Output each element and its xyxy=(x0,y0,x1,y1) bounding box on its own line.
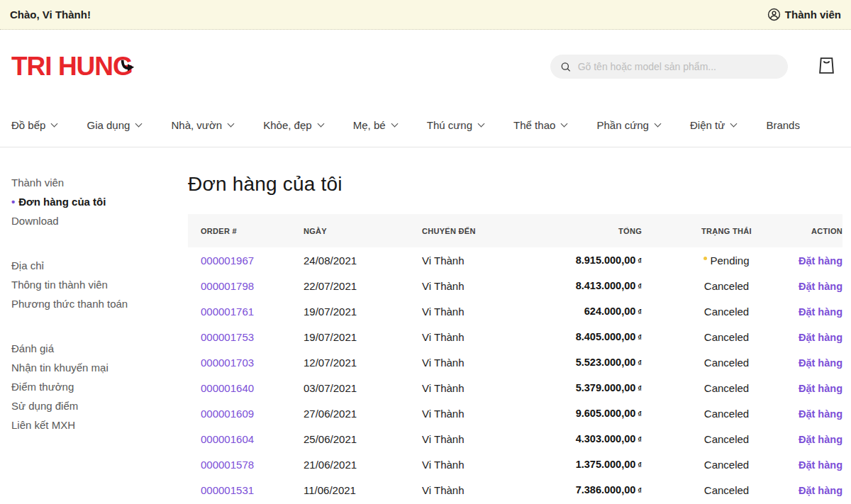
table-row: 000001967 24/08/2021 Vi Thành 8.915.000,… xyxy=(188,247,842,273)
topbar: Chào, Vi Thành! Thành viên xyxy=(0,0,851,30)
nav-item[interactable]: Khỏe, đẹp xyxy=(263,119,323,131)
cart-icon[interactable] xyxy=(818,56,835,78)
sidebar-item[interactable]: •Đánh giá xyxy=(11,339,188,358)
order-status: Canceled xyxy=(642,426,793,452)
dong-sign: ₫ xyxy=(638,461,642,469)
nav-item[interactable]: Đồ bếp xyxy=(11,119,57,131)
order-number-link[interactable]: 000001640 xyxy=(201,382,254,394)
table-row: 000001604 25/06/2021 Vi Thành 4.303.000,… xyxy=(188,426,842,452)
reorder-link[interactable]: Đặt hàng xyxy=(799,459,842,471)
reorder-link[interactable]: Đặt hàng xyxy=(799,434,842,445)
table-row: 000001640 03/07/2021 Vi Thành 5.379.000,… xyxy=(188,375,842,401)
search-input[interactable] xyxy=(578,61,778,72)
dong-sign: ₫ xyxy=(638,308,642,316)
table-row: 000001761 19/07/2021 Vi Thành 624.000,00… xyxy=(188,298,842,324)
sidebar-item[interactable]: •Thông tin thành viên xyxy=(11,275,188,294)
col-header-order: ORDER # xyxy=(188,214,291,247)
order-number-link[interactable]: 000001531 xyxy=(201,484,254,496)
order-number-link[interactable]: 000001609 xyxy=(201,408,254,420)
nav-item[interactable]: Thú cưng xyxy=(427,119,484,131)
member-label: Thành viên xyxy=(785,9,841,21)
table-row: 000001703 12/07/2021 Vi Thành 5.523.000,… xyxy=(188,349,842,375)
reorder-link[interactable]: Đặt hàng xyxy=(799,255,842,267)
reorder-link[interactable]: Đặt hàng xyxy=(799,383,842,394)
order-date: 03/07/2021 xyxy=(291,375,409,401)
sidebar-item[interactable]: •Download xyxy=(11,211,188,230)
nav-item[interactable]: Gia dụng xyxy=(87,119,142,131)
reorder-link[interactable]: Đặt hàng xyxy=(799,357,842,369)
sidebar-item[interactable]: •Điểm thưởng xyxy=(11,377,188,396)
search-bar[interactable] xyxy=(550,55,788,79)
main-nav: Đồ bếp Gia dụng Nhà, vườn Khỏe, đẹp Mẹ, … xyxy=(0,103,851,147)
nav-item[interactable]: Điện tử xyxy=(690,119,736,131)
order-date: 22/07/2021 xyxy=(291,273,409,298)
order-number-link[interactable]: 000001604 xyxy=(201,433,254,445)
order-status: Canceled xyxy=(642,298,793,324)
reorder-link[interactable]: Đặt hàng xyxy=(799,332,842,343)
order-date: 19/07/2021 xyxy=(291,324,409,349)
order-date: 19/07/2021 xyxy=(291,298,409,324)
nav-item[interactable]: Mẹ, bé xyxy=(353,119,397,131)
order-total: 8.915.000,00₫ xyxy=(540,247,642,273)
order-number-link[interactable]: 000001798 xyxy=(201,280,254,292)
order-ship-to: Vi Thành xyxy=(409,324,540,349)
orders-main: Đơn hàng của tôi ORDER # NGÀY CHUYỂN ĐẾN… xyxy=(188,173,851,503)
order-number-link[interactable]: 000001703 xyxy=(201,357,254,369)
site-header: TRI HUNG xyxy=(0,30,851,103)
nav-item[interactable]: Nhà, vườn xyxy=(172,119,234,131)
sidebar-group-account: •Thành viên •Đơn hàng của tôi •Download xyxy=(11,173,188,230)
nav-item[interactable]: Phần cứng xyxy=(596,119,660,131)
table-row: 000001798 22/07/2021 Vi Thành 8.413.000,… xyxy=(188,273,842,298)
order-date: 21/06/2021 xyxy=(291,452,409,477)
reorder-link[interactable]: Đặt hàng xyxy=(799,485,842,496)
reorder-link[interactable]: Đặt hàng xyxy=(799,408,842,420)
order-status: Canceled xyxy=(642,401,793,426)
order-total: 1.375.000,00₫ xyxy=(540,452,642,477)
orders-table: ORDER # NGÀY CHUYỂN ĐẾN TỔNG TRẠNG THÁI … xyxy=(188,214,842,503)
sidebar-group-rewards: •Đánh giá •Nhận tin khuyến mại •Điểm thư… xyxy=(11,339,188,435)
order-date: 27/06/2021 xyxy=(291,401,409,426)
order-total: 5.379.000,00₫ xyxy=(540,375,642,401)
col-header-total: TỔNG xyxy=(540,214,642,247)
order-number-link[interactable]: 000001578 xyxy=(201,459,254,471)
order-number-link[interactable]: 000001967 xyxy=(201,254,254,267)
dong-sign: ₫ xyxy=(638,384,642,393)
order-number-link[interactable]: 000001761 xyxy=(201,306,254,318)
reorder-link[interactable]: Đặt hàng xyxy=(799,306,842,318)
order-total: 624.000,00₫ xyxy=(540,298,642,324)
order-ship-to: Vi Thành xyxy=(409,426,540,452)
dong-sign: ₫ xyxy=(638,257,642,265)
sidebar-item[interactable]: •Địa chỉ xyxy=(11,256,188,275)
order-status: Canceled xyxy=(642,273,793,298)
sidebar-item[interactable]: •Thành viên xyxy=(11,173,188,192)
greeting-text: Chào, Vi Thành! xyxy=(10,9,91,21)
sidebar-item[interactable]: •Phương thức thanh toán xyxy=(11,294,188,313)
sidebar-item[interactable]: •Nhận tin khuyến mại xyxy=(11,358,188,377)
order-total: 9.605.000,00₫ xyxy=(540,401,642,426)
dong-sign: ₫ xyxy=(638,435,642,444)
site-logo[interactable]: TRI HUNG xyxy=(11,52,133,82)
dong-sign: ₫ xyxy=(638,486,642,495)
reorder-link[interactable]: Đặt hàng xyxy=(799,281,842,292)
nav-item[interactable]: Brands xyxy=(766,119,800,131)
col-header-shipto: CHUYỂN ĐẾN xyxy=(409,214,540,247)
search-icon xyxy=(560,61,572,73)
order-ship-to: Vi Thành xyxy=(409,401,540,426)
logo-arrow-icon xyxy=(120,50,135,80)
chevron-down-icon xyxy=(654,121,661,128)
order-ship-to: Vi Thành xyxy=(409,349,540,375)
order-date: 25/06/2021 xyxy=(291,426,409,452)
order-status: Canceled xyxy=(642,375,793,401)
sidebar-item[interactable]: •Đơn hàng của tôi xyxy=(11,192,188,211)
nav-item[interactable]: Thể thao xyxy=(513,119,567,131)
chevron-down-icon xyxy=(561,121,568,128)
table-row: 000001578 21/06/2021 Vi Thành 1.375.000,… xyxy=(188,452,842,477)
dong-sign: ₫ xyxy=(638,333,642,342)
order-ship-to: Vi Thành xyxy=(409,298,540,324)
order-total: 8.405.000,00₫ xyxy=(540,324,642,349)
member-link[interactable]: Thành viên xyxy=(767,8,841,21)
order-number-link[interactable]: 000001753 xyxy=(201,331,254,343)
order-ship-to: Vi Thành xyxy=(409,477,540,503)
sidebar-item[interactable]: •Liên kết MXH xyxy=(11,415,188,435)
sidebar-item[interactable]: •Sử dụng điểm xyxy=(11,396,188,415)
